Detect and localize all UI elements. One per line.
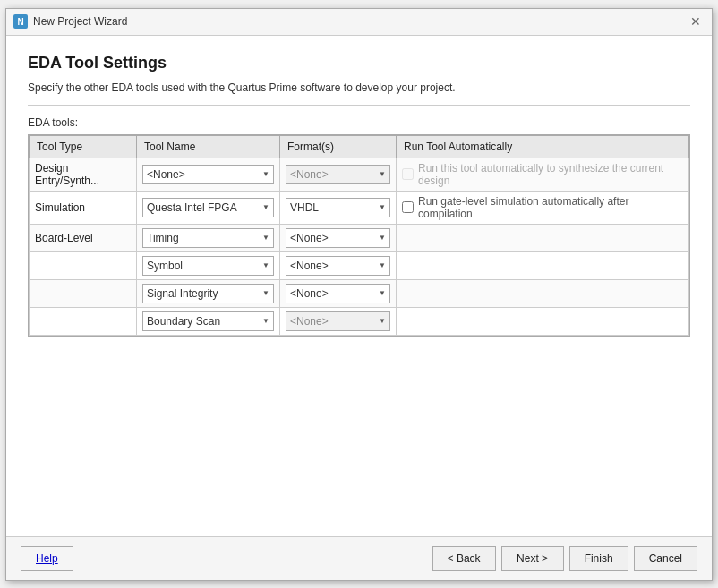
dropdown-arrow-2: ▼ bbox=[262, 234, 269, 242]
col-format: Format(s) bbox=[280, 135, 397, 158]
window-icon: N bbox=[13, 14, 28, 29]
run-tool-cell-5 bbox=[397, 307, 689, 335]
tool-type-cell-5 bbox=[30, 307, 137, 335]
tool-name-value-1: Questa Intel FPGA bbox=[147, 201, 259, 214]
tool-name-select-3[interactable]: Symbol ▼ bbox=[142, 256, 274, 276]
close-button[interactable]: ✕ bbox=[687, 13, 705, 30]
format-arrow-5: ▼ bbox=[379, 317, 386, 325]
run-auto-checkbox-row-0: Run this tool automatically to synthesiz… bbox=[402, 162, 683, 187]
format-arrow-1: ▼ bbox=[379, 203, 386, 211]
format-arrow-4: ▼ bbox=[379, 289, 386, 297]
table-row: Simulation Questa Intel FPGA ▼ VHDL ▼ bbox=[30, 191, 689, 224]
tool-name-select-2[interactable]: Timing ▼ bbox=[142, 228, 274, 248]
format-select-2[interactable]: <None> ▼ bbox=[286, 228, 390, 248]
tool-name-select-1[interactable]: Questa Intel FPGA ▼ bbox=[142, 198, 274, 217]
run-auto-label-1: Run gate-level simulation automatically … bbox=[418, 195, 683, 220]
tool-name-value-3: Symbol bbox=[147, 260, 259, 272]
format-cell-3[interactable]: <None> ▼ bbox=[280, 251, 397, 279]
col-tool-name: Tool Name bbox=[137, 135, 280, 158]
run-tool-cell-0: Run this tool automatically to synthesiz… bbox=[397, 158, 689, 191]
format-value-5: <None> bbox=[290, 315, 375, 328]
format-cell-1[interactable]: VHDL ▼ bbox=[280, 191, 397, 224]
col-tool-type: Tool Type bbox=[30, 135, 137, 158]
footer-left: Help bbox=[21, 546, 73, 571]
separator bbox=[28, 105, 690, 106]
tool-type-cell-3 bbox=[30, 251, 137, 279]
run-auto-checkbox-row-1: Run gate-level simulation automatically … bbox=[402, 195, 683, 220]
format-select-3[interactable]: <None> ▼ bbox=[286, 256, 390, 276]
footer: Help < Back Next > Finish Cancel bbox=[6, 536, 712, 580]
window-title: New Project Wizard bbox=[33, 15, 127, 28]
run-auto-checkbox-0[interactable] bbox=[402, 168, 414, 180]
tool-type-cell-4 bbox=[30, 279, 137, 307]
tool-name-cell-2: Timing ▼ bbox=[137, 224, 280, 251]
tool-name-value-2: Timing bbox=[147, 232, 259, 244]
tool-name-select-4[interactable]: Signal Integrity ▼ bbox=[142, 284, 274, 303]
format-cell-5[interactable]: <None> ▼ bbox=[280, 307, 397, 335]
table-row: Board-Level Timing ▼ <None> ▼ bbox=[30, 224, 689, 251]
format-select-5[interactable]: <None> ▼ bbox=[286, 311, 390, 331]
format-value-3: <None> bbox=[290, 260, 375, 272]
tool-name-value-4: Signal Integrity bbox=[147, 287, 259, 300]
section-label: EDA tools: bbox=[28, 116, 690, 129]
finish-button[interactable]: Finish bbox=[569, 546, 628, 571]
format-value-1: VHDL bbox=[290, 201, 375, 214]
back-button[interactable]: < Back bbox=[432, 546, 496, 571]
eda-tools-table: Tool Type Tool Name Format(s) Run Tool A… bbox=[28, 134, 690, 337]
content-area: EDA Tool Settings Specify the other EDA … bbox=[6, 36, 712, 536]
table-row: Symbol ▼ <None> ▼ bbox=[30, 251, 689, 279]
tool-name-cell-3: Symbol ▼ bbox=[137, 251, 280, 279]
tool-type-cell-2: Board-Level bbox=[30, 224, 137, 251]
dropdown-arrow-4: ▼ bbox=[262, 289, 269, 297]
tool-name-select-0[interactable]: <None> ▼ bbox=[142, 165, 274, 184]
format-value-2: <None> bbox=[290, 232, 375, 244]
dropdown-arrow-1: ▼ bbox=[262, 203, 269, 211]
title-bar-left: N New Project Wizard bbox=[13, 14, 127, 29]
run-tool-cell-2 bbox=[397, 224, 689, 251]
page-description: Specify the other EDA tools used with th… bbox=[28, 81, 690, 94]
tool-type-cell: Design Entry/Synth... bbox=[30, 158, 137, 191]
dropdown-arrow-3: ▼ bbox=[262, 261, 269, 269]
page-title: EDA Tool Settings bbox=[28, 54, 690, 72]
tool-name-cell[interactable]: <None> ▼ bbox=[137, 158, 280, 191]
format-select-0[interactable]: <None> ▼ bbox=[286, 165, 390, 184]
format-value-0: <None> bbox=[290, 168, 375, 181]
table-row: Boundary Scan ▼ <None> ▼ bbox=[30, 307, 689, 335]
tool-name-cell-4: Signal Integrity ▼ bbox=[137, 279, 280, 307]
footer-right: < Back Next > Finish Cancel bbox=[432, 546, 697, 571]
format-value-4: <None> bbox=[290, 287, 375, 300]
table-row: Design Entry/Synth... <None> ▼ <None> ▼ bbox=[30, 158, 689, 191]
format-select-4[interactable]: <None> ▼ bbox=[286, 284, 390, 303]
dropdown-arrow-0: ▼ bbox=[262, 170, 269, 178]
tool-name-select-5[interactable]: Boundary Scan ▼ bbox=[142, 311, 274, 331]
run-tool-cell-1: Run gate-level simulation automatically … bbox=[397, 191, 689, 224]
table-header-row: Tool Type Tool Name Format(s) Run Tool A… bbox=[30, 135, 689, 158]
tool-type-cell-1: Simulation bbox=[30, 191, 137, 224]
format-arrow-0: ▼ bbox=[379, 170, 386, 178]
tool-name-value-0: <None> bbox=[147, 168, 259, 181]
tool-name-value-5: Boundary Scan bbox=[147, 315, 259, 328]
format-arrow-3: ▼ bbox=[379, 261, 386, 269]
tool-name-cell-5: Boundary Scan ▼ bbox=[137, 307, 280, 335]
next-button[interactable]: Next > bbox=[501, 546, 564, 571]
help-button[interactable]: Help bbox=[21, 546, 73, 571]
col-run-auto: Run Tool Automatically bbox=[397, 135, 689, 158]
format-cell-2[interactable]: <None> ▼ bbox=[280, 224, 397, 251]
format-arrow-2: ▼ bbox=[379, 234, 386, 242]
format-select-1[interactable]: VHDL ▼ bbox=[286, 198, 390, 217]
format-cell-4[interactable]: <None> ▼ bbox=[280, 279, 397, 307]
run-tool-cell-3 bbox=[397, 251, 689, 279]
format-cell-0[interactable]: <None> ▼ bbox=[280, 158, 397, 191]
run-auto-label-0: Run this tool automatically to synthesiz… bbox=[418, 162, 683, 187]
run-tool-cell-4 bbox=[397, 279, 689, 307]
run-auto-checkbox-1[interactable] bbox=[402, 201, 414, 213]
dropdown-arrow-5: ▼ bbox=[262, 317, 269, 325]
cancel-button[interactable]: Cancel bbox=[634, 546, 697, 571]
table-row: Signal Integrity ▼ <None> ▼ bbox=[30, 279, 689, 307]
main-window: N New Project Wizard ✕ EDA Tool Settings… bbox=[5, 8, 713, 581]
tool-name-cell-1[interactable]: Questa Intel FPGA ▼ bbox=[137, 191, 280, 224]
title-bar: N New Project Wizard ✕ bbox=[6, 9, 712, 36]
